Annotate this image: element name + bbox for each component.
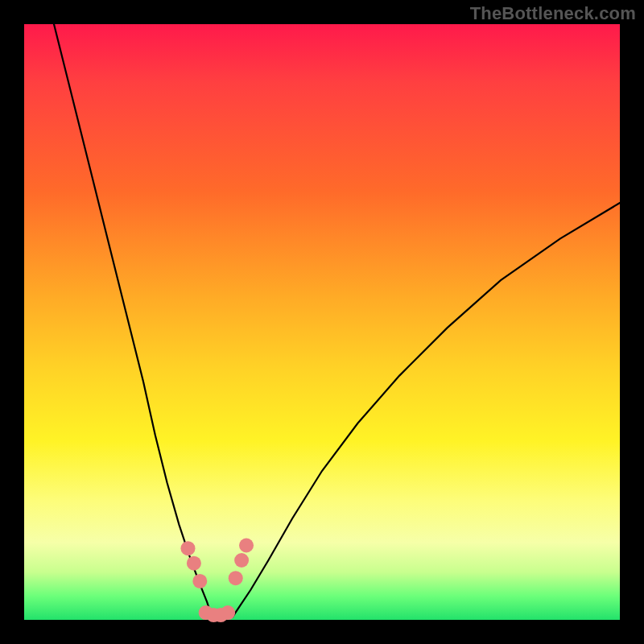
plot-area bbox=[24, 24, 620, 620]
marker-dot bbox=[234, 553, 249, 568]
curve-left-branch bbox=[54, 24, 212, 617]
series-group bbox=[54, 24, 620, 622]
marker-dot bbox=[192, 574, 207, 588]
curve-right-branch bbox=[233, 203, 620, 617]
marker-dot bbox=[229, 571, 243, 585]
marker-dot bbox=[181, 541, 196, 555]
marker-dot bbox=[239, 539, 254, 553]
chart-stage: TheBottleneck.com bbox=[0, 0, 644, 644]
watermark-text: TheBottleneck.com bbox=[470, 3, 636, 24]
marker-dot bbox=[221, 605, 235, 620]
marker-dot bbox=[187, 556, 201, 571]
curve-svg bbox=[24, 24, 620, 620]
